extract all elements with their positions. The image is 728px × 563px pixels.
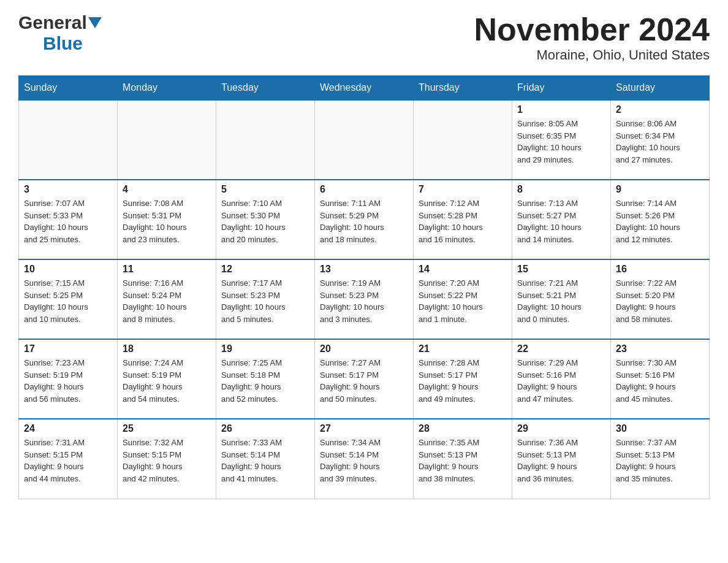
logo-general-text: General [18,12,87,33]
day-number: 17 [24,343,112,354]
calendar-cell: 2Sunrise: 8:06 AM Sunset: 6:34 PM Daylig… [611,100,710,180]
day-number: 28 [419,423,507,434]
day-number: 6 [320,184,408,195]
calendar-cell: 19Sunrise: 7:25 AM Sunset: 5:18 PM Dayli… [216,339,315,419]
day-info: Sunrise: 8:05 AM Sunset: 6:35 PM Dayligh… [517,118,605,166]
day-info: Sunrise: 7:36 AM Sunset: 5:13 PM Dayligh… [517,437,605,484]
day-number: 23 [616,343,704,354]
day-info: Sunrise: 7:32 AM Sunset: 5:15 PM Dayligh… [123,437,211,484]
calendar-week-5: 24Sunrise: 7:31 AM Sunset: 5:15 PM Dayli… [19,419,710,499]
calendar-cell: 12Sunrise: 7:17 AM Sunset: 5:23 PM Dayli… [216,259,315,339]
day-info: Sunrise: 7:15 AM Sunset: 5:25 PM Dayligh… [24,277,112,325]
day-number: 3 [24,184,112,195]
day-info: Sunrise: 7:12 AM Sunset: 5:28 PM Dayligh… [419,197,507,245]
day-info: Sunrise: 7:24 AM Sunset: 5:19 PM Dayligh… [123,357,211,405]
calendar-cell: 1Sunrise: 8:05 AM Sunset: 6:35 PM Daylig… [512,100,611,180]
day-number: 8 [517,184,605,195]
day-number: 21 [419,343,507,354]
header-wednesday: Wednesday [315,76,414,101]
logo-triangle-icon [88,17,102,31]
day-info: Sunrise: 7:16 AM Sunset: 5:24 PM Dayligh… [123,277,211,325]
calendar-cell: 3Sunrise: 7:07 AM Sunset: 5:33 PM Daylig… [19,180,118,259]
logo-blue-text: Blue [43,33,83,54]
day-number: 1 [517,104,605,115]
header-row: Sunday Monday Tuesday Wednesday Thursday… [19,76,710,101]
calendar-cell: 24Sunrise: 7:31 AM Sunset: 5:15 PM Dayli… [19,419,118,499]
day-number: 4 [123,184,211,195]
calendar-cell: 15Sunrise: 7:21 AM Sunset: 5:21 PM Dayli… [512,259,611,339]
day-info: Sunrise: 7:23 AM Sunset: 5:19 PM Dayligh… [24,357,112,405]
header-monday: Monday [118,76,216,101]
day-number: 14 [419,264,507,275]
calendar-cell [118,100,216,180]
calendar-cell: 4Sunrise: 7:08 AM Sunset: 5:31 PM Daylig… [118,180,216,259]
day-info: Sunrise: 7:29 AM Sunset: 5:16 PM Dayligh… [517,357,605,405]
calendar-cell: 17Sunrise: 7:23 AM Sunset: 5:19 PM Dayli… [19,339,118,419]
calendar-cell: 21Sunrise: 7:28 AM Sunset: 5:17 PM Dayli… [414,339,512,419]
day-info: Sunrise: 7:07 AM Sunset: 5:33 PM Dayligh… [24,197,112,245]
day-number: 22 [517,343,605,354]
day-info: Sunrise: 7:14 AM Sunset: 5:26 PM Dayligh… [616,197,704,245]
calendar-header: Sunday Monday Tuesday Wednesday Thursday… [19,76,710,101]
calendar-cell: 28Sunrise: 7:35 AM Sunset: 5:13 PM Dayli… [414,419,512,499]
calendar-cell: 13Sunrise: 7:19 AM Sunset: 5:23 PM Dayli… [315,259,414,339]
day-info: Sunrise: 7:21 AM Sunset: 5:21 PM Dayligh… [517,277,605,325]
header-friday: Friday [512,76,611,101]
calendar-cell: 10Sunrise: 7:15 AM Sunset: 5:25 PM Dayli… [19,259,118,339]
day-number: 13 [320,264,408,275]
calendar-cell: 8Sunrise: 7:13 AM Sunset: 5:27 PM Daylig… [512,180,611,259]
day-number: 26 [221,423,309,434]
calendar-cell: 27Sunrise: 7:34 AM Sunset: 5:14 PM Dayli… [315,419,414,499]
header-saturday: Saturday [611,76,710,101]
day-info: Sunrise: 7:20 AM Sunset: 5:22 PM Dayligh… [419,277,507,325]
month-title: November 2024 [474,12,710,47]
day-number: 7 [419,184,507,195]
logo: General Blue [18,12,102,54]
header-tuesday: Tuesday [216,76,315,101]
day-info: Sunrise: 7:10 AM Sunset: 5:30 PM Dayligh… [221,197,309,245]
day-info: Sunrise: 7:30 AM Sunset: 5:16 PM Dayligh… [616,357,704,405]
calendar-week-3: 10Sunrise: 7:15 AM Sunset: 5:25 PM Dayli… [19,259,710,339]
calendar-cell: 7Sunrise: 7:12 AM Sunset: 5:28 PM Daylig… [414,180,512,259]
calendar-cell [216,100,315,180]
day-info: Sunrise: 7:34 AM Sunset: 5:14 PM Dayligh… [320,437,408,484]
header-sunday: Sunday [19,76,118,101]
day-info: Sunrise: 7:08 AM Sunset: 5:31 PM Dayligh… [123,197,211,245]
calendar-body: 1Sunrise: 8:05 AM Sunset: 6:35 PM Daylig… [19,100,710,499]
day-number: 27 [320,423,408,434]
calendar-cell [414,100,512,180]
day-number: 10 [24,264,112,275]
calendar-week-1: 1Sunrise: 8:05 AM Sunset: 6:35 PM Daylig… [19,100,710,180]
svg-marker-0 [88,17,102,28]
day-number: 2 [616,104,704,115]
day-info: Sunrise: 7:13 AM Sunset: 5:27 PM Dayligh… [517,197,605,245]
calendar-cell: 14Sunrise: 7:20 AM Sunset: 5:22 PM Dayli… [414,259,512,339]
day-number: 12 [221,264,309,275]
calendar-cell: 18Sunrise: 7:24 AM Sunset: 5:19 PM Dayli… [118,339,216,419]
day-info: Sunrise: 7:11 AM Sunset: 5:29 PM Dayligh… [320,197,408,245]
calendar-cell: 5Sunrise: 7:10 AM Sunset: 5:30 PM Daylig… [216,180,315,259]
calendar-cell: 11Sunrise: 7:16 AM Sunset: 5:24 PM Dayli… [118,259,216,339]
day-number: 30 [616,423,704,434]
day-number: 24 [24,423,112,434]
calendar-week-2: 3Sunrise: 7:07 AM Sunset: 5:33 PM Daylig… [19,180,710,259]
calendar-week-4: 17Sunrise: 7:23 AM Sunset: 5:19 PM Dayli… [19,339,710,419]
calendar-cell: 30Sunrise: 7:37 AM Sunset: 5:13 PM Dayli… [611,419,710,499]
calendar-cell: 23Sunrise: 7:30 AM Sunset: 5:16 PM Dayli… [611,339,710,419]
day-number: 5 [221,184,309,195]
calendar-cell: 29Sunrise: 7:36 AM Sunset: 5:13 PM Dayli… [512,419,611,499]
calendar-cell [19,100,118,180]
day-number: 20 [320,343,408,354]
day-number: 11 [123,264,211,275]
day-info: Sunrise: 7:28 AM Sunset: 5:17 PM Dayligh… [419,357,507,405]
day-info: Sunrise: 7:31 AM Sunset: 5:15 PM Dayligh… [24,437,112,484]
calendar-cell: 25Sunrise: 7:32 AM Sunset: 5:15 PM Dayli… [118,419,216,499]
calendar-cell: 6Sunrise: 7:11 AM Sunset: 5:29 PM Daylig… [315,180,414,259]
day-info: Sunrise: 8:06 AM Sunset: 6:34 PM Dayligh… [616,118,704,166]
day-info: Sunrise: 7:19 AM Sunset: 5:23 PM Dayligh… [320,277,408,325]
header-thursday: Thursday [414,76,512,101]
title-block: November 2024 Moraine, Ohio, United Stat… [474,12,710,63]
calendar-cell: 9Sunrise: 7:14 AM Sunset: 5:26 PM Daylig… [611,180,710,259]
calendar-cell: 16Sunrise: 7:22 AM Sunset: 5:20 PM Dayli… [611,259,710,339]
calendar-cell [315,100,414,180]
